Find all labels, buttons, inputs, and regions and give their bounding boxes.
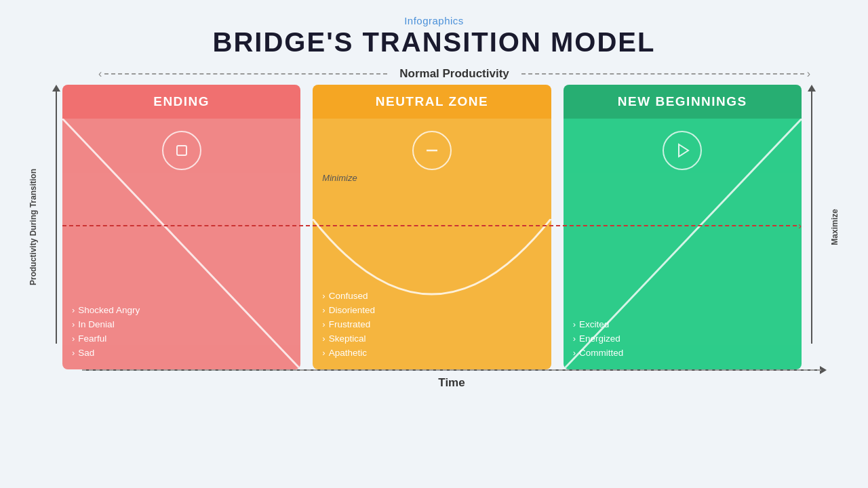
category-label: Infographics [213,15,656,26]
play-icon [663,131,702,170]
neutral-items: › Confused › Disoriented › Frustrated › … [322,289,541,360]
minimize-label: Minimize [322,173,357,183]
list-item: › In Denial [72,317,291,331]
list-item: › Excited [573,317,792,331]
dashed-line-right: › [521,68,810,80]
maximize-label: Maximize [830,209,840,245]
header: Infographics BRIDGE'S TRANSITION MODEL [213,15,656,58]
list-item: › Committed [573,346,792,360]
beginnings-header: NEW BEGINNINGS [564,85,802,119]
neutral-body: Minimize › Confused › Disoriented › Frus… [313,119,551,369]
right-axis-line [811,90,812,344]
neutral-header: NEUTRAL ZONE [313,85,551,119]
card-ending: ENDING › Shocked Angry › [62,85,300,369]
stop-icon [162,131,201,170]
svg-rect-1 [177,146,186,155]
card-neutral: NEUTRAL ZONE Minimize [313,85,551,369]
list-item: › Fearful [72,331,291,346]
ending-items: › Shocked Angry › In Denial › Fearful › … [72,303,291,360]
minus-icon [412,131,452,170]
y-axis: Productivity During Transition [27,85,62,369]
list-item: › Confused [322,289,541,303]
dashed-line-left: ‹ [98,68,387,80]
right-arrow-icon: › [807,68,810,80]
list-item: › Frustrated [322,317,541,331]
svg-marker-4 [679,144,688,157]
chart-area: Productivity During Transition › ENDING [27,85,841,369]
beginnings-body: › Excited › Energized › Committed [564,119,802,369]
y-axis-line [56,90,57,344]
x-axis-container: Time [27,369,841,390]
left-arrow-icon: ‹ [98,68,102,80]
page-container: Infographics BRIDGE'S TRANSITION MODEL ‹… [0,0,868,488]
beginnings-items: › Excited › Energized › Committed [573,317,792,360]
right-axis: Maximize [806,85,841,369]
normal-productivity-label: Normal Productivity [387,67,521,81]
list-item: › Sad [72,346,291,360]
list-item: › Apathetic [322,346,541,360]
ending-body: › Shocked Angry › In Denial › Fearful › … [62,119,300,369]
list-item: › Shocked Angry [72,303,291,317]
list-item: › Skeptical [322,331,541,346]
normal-productivity-row: ‹ Normal Productivity › [98,67,810,81]
page-title: BRIDGE'S TRANSITION MODEL [213,26,656,58]
list-item: › Energized [573,331,792,346]
ending-header: ENDING [62,85,300,119]
list-item: › Disoriented [322,303,541,317]
card-beginnings: NEW BEGINNINGS › Excited [564,85,802,369]
x-axis-line [82,369,821,371]
cards-wrapper: › ENDING [62,85,802,369]
y-axis-label: Productivity During Transition [28,169,38,285]
x-axis-label: Time [438,376,465,390]
